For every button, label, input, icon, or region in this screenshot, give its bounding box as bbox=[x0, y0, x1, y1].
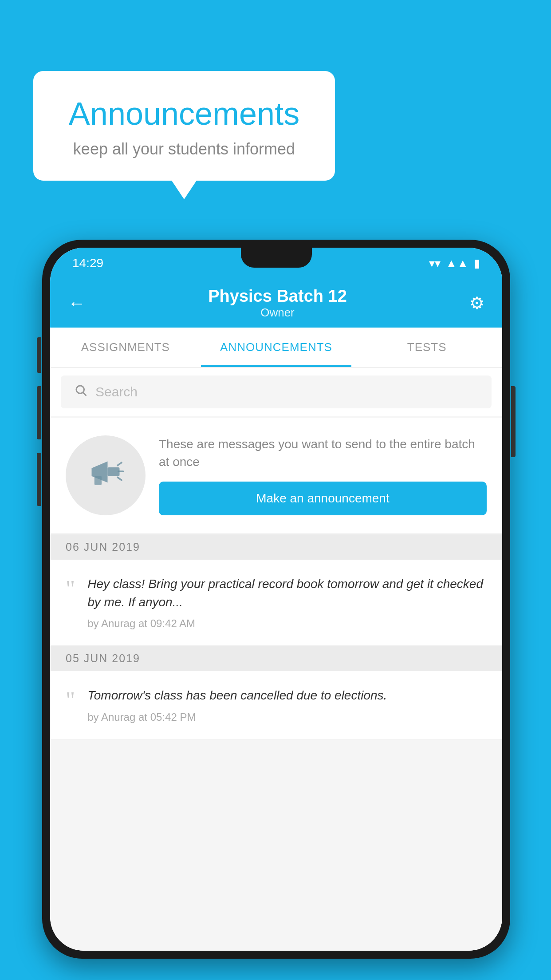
side-button-right bbox=[511, 386, 516, 457]
search-icon bbox=[74, 383, 87, 400]
speech-bubble-card: Announcements keep all your students inf… bbox=[33, 71, 335, 181]
speech-bubble-title: Announcements bbox=[60, 95, 308, 132]
app-bar-title: Physics Batch 12 bbox=[208, 287, 347, 306]
svg-rect-7 bbox=[94, 476, 102, 485]
tab-assignments[interactable]: ASSIGNMENTS bbox=[50, 328, 201, 367]
speech-bubble-subtitle: keep all your students informed bbox=[60, 140, 308, 158]
wifi-icon: ▾▾ bbox=[429, 257, 441, 270]
svg-line-4 bbox=[118, 462, 122, 465]
app-bar-center: Physics Batch 12 Owner bbox=[208, 287, 347, 320]
svg-line-6 bbox=[118, 477, 122, 480]
announcement-text-wrap-2: Tomorrow's class has been cancelled due … bbox=[87, 687, 487, 723]
tab-tests[interactable]: TESTS bbox=[351, 328, 502, 367]
intro-content: These are messages you want to send to t… bbox=[159, 435, 487, 515]
date-separator-2: 05 JUN 2019 bbox=[50, 646, 502, 671]
phone-screen: 14:29 ▾▾ ▲▲ ▮ ← Physics Batch 12 Owner ⚙ bbox=[50, 248, 502, 951]
announcement-text-1: Hey class! Bring your practical record b… bbox=[87, 575, 487, 611]
announcement-text-wrap-1: Hey class! Bring your practical record b… bbox=[87, 575, 487, 630]
intro-card: These are messages you want to send to t… bbox=[50, 418, 502, 533]
make-announcement-button[interactable]: Make an announcement bbox=[159, 482, 487, 515]
signal-icon: ▲▲ bbox=[446, 257, 468, 270]
announcement-text-2: Tomorrow's class has been cancelled due … bbox=[87, 687, 487, 705]
status-icons: ▾▾ ▲▲ ▮ bbox=[429, 257, 480, 270]
announcement-meta-1: by Anurag at 09:42 AM bbox=[87, 617, 487, 630]
announcement-item-1[interactable]: " Hey class! Bring your practical record… bbox=[50, 560, 502, 646]
status-time: 14:29 bbox=[72, 256, 103, 270]
megaphone-circle bbox=[66, 435, 146, 515]
phone-outer: 14:29 ▾▾ ▲▲ ▮ ← Physics Batch 12 Owner ⚙ bbox=[42, 240, 510, 959]
svg-point-0 bbox=[76, 386, 84, 394]
search-bar-container: Search bbox=[50, 368, 502, 416]
announcement-meta-2: by Anurag at 05:42 PM bbox=[87, 711, 487, 723]
phone-mockup: 14:29 ▾▾ ▲▲ ▮ ← Physics Batch 12 Owner ⚙ bbox=[42, 240, 510, 959]
phone-notch bbox=[241, 248, 312, 268]
date-separator-1: 06 JUN 2019 bbox=[50, 534, 502, 560]
search-placeholder: Search bbox=[95, 384, 138, 399]
content-area: Search bbox=[50, 368, 502, 951]
quote-icon-2: " bbox=[66, 689, 75, 712]
svg-line-1 bbox=[83, 393, 87, 396]
volume-up-button bbox=[37, 386, 41, 439]
megaphone-icon bbox=[86, 451, 126, 500]
settings-icon[interactable]: ⚙ bbox=[469, 293, 484, 313]
power-button bbox=[37, 337, 41, 373]
back-button[interactable]: ← bbox=[68, 293, 86, 313]
intro-description: These are messages you want to send to t… bbox=[159, 435, 487, 470]
battery-icon: ▮ bbox=[474, 257, 480, 270]
search-bar[interactable]: Search bbox=[61, 375, 492, 408]
tab-announcements[interactable]: ANNOUNCEMENTS bbox=[201, 328, 352, 367]
announcement-item-2[interactable]: " Tomorrow's class has been cancelled du… bbox=[50, 671, 502, 739]
volume-down-button bbox=[37, 453, 41, 506]
tab-bar: ASSIGNMENTS ANNOUNCEMENTS TESTS bbox=[50, 328, 502, 368]
app-bar-subtitle: Owner bbox=[208, 306, 347, 320]
quote-icon-1: " bbox=[66, 577, 75, 601]
app-bar: ← Physics Batch 12 Owner ⚙ bbox=[50, 279, 502, 328]
